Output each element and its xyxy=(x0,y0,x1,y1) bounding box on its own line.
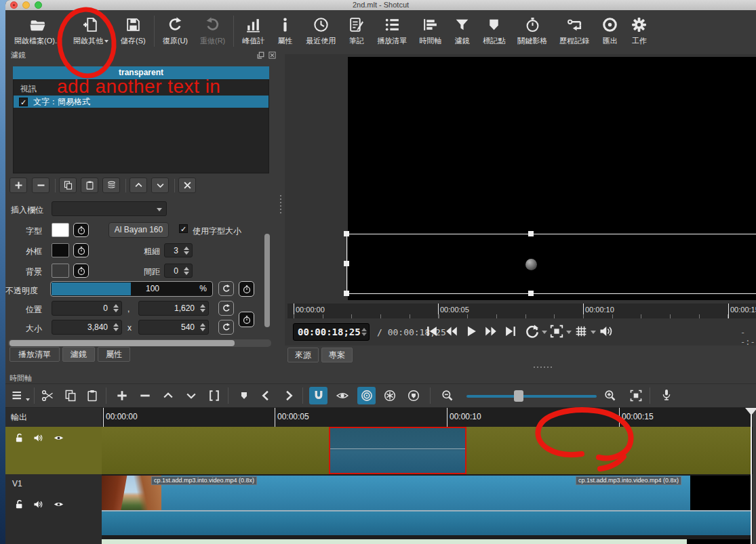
form-horizontal-scrollbar-thumb[interactable] xyxy=(9,340,235,346)
cut-button[interactable] xyxy=(39,388,56,404)
position-size-keyframe-button[interactable] xyxy=(239,312,254,327)
vertical-splitter-handle[interactable] xyxy=(280,195,281,213)
tab-project[interactable]: 專案 xyxy=(321,348,353,362)
horizontal-splitter-handle[interactable] xyxy=(534,367,552,368)
position-y-stepper[interactable]: 1,620 xyxy=(138,301,209,316)
ripple-delete-button[interactable] xyxy=(137,388,153,404)
recent-button[interactable]: 最近使用 xyxy=(300,15,342,47)
font-name-button[interactable]: Al Bayan 160 xyxy=(108,222,169,238)
timeline-menu-arrow[interactable] xyxy=(26,398,30,401)
vui-handle-bottom-left[interactable] xyxy=(344,291,349,296)
save-button[interactable]: 儲存(S) xyxy=(115,15,152,47)
vui-handle-bottom-center[interactable] xyxy=(528,291,534,296)
undo-button[interactable]: 復原(U) xyxy=(157,15,194,47)
vui-center-grip[interactable] xyxy=(525,259,537,270)
dock-float-icon[interactable] xyxy=(256,51,265,60)
form-horizontal-scrollbar-track[interactable] xyxy=(8,339,271,347)
font-color-swatch[interactable] xyxy=(52,223,69,237)
size-height-stepper[interactable]: 540 xyxy=(138,320,209,335)
grid-dropdown-arrow[interactable] xyxy=(591,331,596,334)
track-v1-header[interactable]: V1 xyxy=(5,476,102,535)
notes-button[interactable]: 筆記 xyxy=(342,15,371,47)
zoom-fit-dropdown-arrow[interactable] xyxy=(566,331,572,334)
append-button[interactable] xyxy=(114,388,130,404)
timeline-menu-button[interactable] xyxy=(9,389,26,402)
previous-marker-button[interactable] xyxy=(258,388,274,404)
remove-filter-button[interactable] xyxy=(32,177,49,193)
track-1-header[interactable] xyxy=(5,427,102,474)
redo-button[interactable]: 重做(R) xyxy=(194,15,231,47)
add-filter-button[interactable] xyxy=(9,177,27,193)
skip-to-end-button[interactable] xyxy=(503,324,518,339)
deselect-filter-button[interactable] xyxy=(178,177,196,193)
peak-meter-button[interactable]: 峰值計 xyxy=(236,15,271,47)
text-vui-rect[interactable] xyxy=(346,234,756,294)
paste-filters-button[interactable] xyxy=(81,177,98,193)
thickness-stepper[interactable]: 3 xyxy=(164,243,193,257)
filter-enabled-checkbox[interactable]: ✓ xyxy=(19,98,28,106)
marker-button[interactable] xyxy=(236,388,252,404)
selected-clip[interactable] xyxy=(329,427,466,474)
zoom-fit-button[interactable] xyxy=(549,324,564,339)
mute-speaker-icon[interactable] xyxy=(33,499,44,510)
copy-filters-button[interactable] xyxy=(59,177,77,193)
tab-playlist[interactable]: 播放清單 xyxy=(9,347,60,362)
lock-icon[interactable] xyxy=(14,432,25,444)
black-clip[interactable] xyxy=(690,476,751,510)
font-color-keyframe-button[interactable] xyxy=(73,223,89,237)
size-width-stepper[interactable]: 3,840 xyxy=(52,320,122,335)
position-x-stepper[interactable]: 0 xyxy=(52,301,122,316)
playlist-button[interactable]: 播放清單 xyxy=(371,15,413,47)
hide-eye-icon[interactable] xyxy=(53,499,64,510)
timeline-paste-button[interactable] xyxy=(84,388,100,404)
outline-keyframe-button[interactable] xyxy=(73,243,89,257)
master-track-label[interactable]: 輸出 xyxy=(11,412,27,423)
markers-button[interactable]: 標記點 xyxy=(477,15,511,47)
form-vertical-scrollbar[interactable] xyxy=(264,234,270,327)
next-marker-button[interactable] xyxy=(281,388,297,404)
zoom-fit-timeline-button[interactable] xyxy=(628,388,644,404)
opacity-keyframe-button[interactable] xyxy=(239,281,254,297)
size-undo-button[interactable] xyxy=(218,320,234,335)
tab-filters[interactable]: 濾鏡 xyxy=(62,347,95,362)
jobs-button[interactable]: 工作 xyxy=(624,15,654,47)
a1-clip-partial[interactable] xyxy=(102,539,687,544)
split-button[interactable] xyxy=(206,388,222,404)
ripple-all-tracks-toggle[interactable] xyxy=(381,388,399,404)
mute-speaker-icon[interactable] xyxy=(33,432,44,444)
timeline-copy-button[interactable] xyxy=(62,388,79,404)
properties-button[interactable]: 屬性 xyxy=(271,15,300,47)
player-ruler[interactable]: 00:00:00 00:00:05 00:00:10 00:00:15 xyxy=(287,304,756,318)
hide-eye-icon[interactable] xyxy=(53,432,64,444)
rewind-button[interactable] xyxy=(443,324,460,339)
move-filter-up-button[interactable] xyxy=(130,177,147,193)
timeline-zoom-slider-thumb[interactable] xyxy=(514,390,523,402)
scrub-while-dragging-toggle[interactable] xyxy=(334,388,351,404)
background-color-swatch[interactable] xyxy=(52,264,69,278)
spacing-stepper[interactable]: 0 xyxy=(164,264,193,278)
overwrite-button[interactable] xyxy=(183,388,199,404)
timeline-button[interactable]: 時間軸 xyxy=(413,15,447,47)
ripple-markers-toggle[interactable] xyxy=(405,388,422,404)
export-button[interactable]: 匯出 xyxy=(595,15,624,47)
keyframes-button[interactable]: 關鍵影格 xyxy=(511,15,553,47)
record-audio-button[interactable] xyxy=(658,386,675,404)
timeline-ruler[interactable]: 00:00:00 00:00:05 00:00:10 00:00:15 xyxy=(102,408,756,427)
opacity-undo-button[interactable] xyxy=(218,281,234,296)
use-font-size-checkbox[interactable]: ✓ xyxy=(179,224,188,233)
timeline-vertical-scrollbar[interactable] xyxy=(753,408,756,544)
filter-list-item-selected[interactable]: ✓ 文字：簡易格式 xyxy=(14,96,268,108)
volume-button[interactable] xyxy=(598,323,614,339)
opacity-slider[interactable]: 100 % xyxy=(50,281,213,297)
loop-dropdown-arrow[interactable] xyxy=(542,331,547,334)
timeline-zoom-in-button[interactable] xyxy=(602,388,618,404)
vui-handle-middle-left[interactable] xyxy=(344,261,349,266)
tab-source[interactable]: 來源 xyxy=(287,348,319,362)
lock-icon[interactable] xyxy=(14,499,25,510)
move-filter-down-button[interactable] xyxy=(151,177,169,193)
play-button[interactable] xyxy=(464,324,479,339)
timecode-spinner[interactable]: 00:00:18;25 xyxy=(293,323,370,341)
dock-close-icon[interactable] xyxy=(268,51,277,60)
open-other-button[interactable]: 開啟其他 xyxy=(67,15,115,47)
tab-properties[interactable]: 屬性 xyxy=(98,347,130,362)
